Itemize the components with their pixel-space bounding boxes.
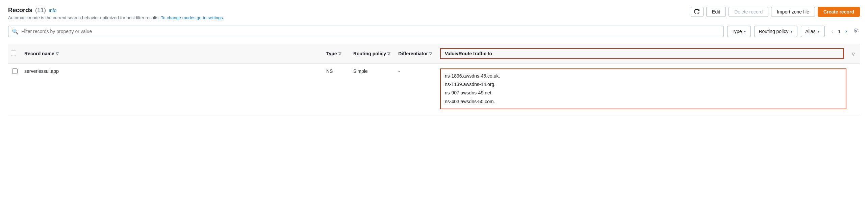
- pagination-controls: ‹ 1 ›: [829, 28, 849, 35]
- type-filter-dropdown[interactable]: Type ▼: [727, 26, 751, 37]
- search-icon: 🔍: [12, 28, 19, 35]
- differentiator-cell: -: [395, 63, 437, 114]
- filter-row: 🔍 Type ▼ Routing policy ▼ Alias ▼ ‹ 1 ›: [8, 26, 860, 37]
- delete-record-button[interactable]: Delete record: [729, 7, 768, 17]
- change-modes-link[interactable]: To change modes go to settings.: [161, 15, 224, 20]
- type-cell: NS: [324, 63, 351, 114]
- record-name-header[interactable]: Record name ▽: [22, 44, 324, 63]
- type-header[interactable]: Type ▽: [324, 44, 351, 63]
- differentiator-header: Differentiator ▽: [395, 44, 437, 63]
- last-col-arrow: ▽: [852, 52, 854, 56]
- value-cell: ns-1896.awsdns-45.co.uk.ns-1139.awsdns-1…: [437, 63, 849, 114]
- import-zone-file-button[interactable]: Import zone file: [771, 7, 815, 17]
- edit-button[interactable]: Edit: [706, 7, 726, 17]
- routing-policy-filter-arrow: ▼: [790, 30, 793, 33]
- records-table-container: Record name ▽ Type ▽ Routing policy: [8, 44, 860, 114]
- header-actions: Edit Delete record Import zone file Crea…: [691, 7, 860, 17]
- record-name-sort-icon: ▽: [56, 52, 58, 56]
- routing-policy-filter-dropdown[interactable]: Routing policy ▼: [754, 26, 797, 37]
- differentiator-sort-icon: ▽: [429, 52, 432, 56]
- routing-policy-cell: Simple: [351, 63, 395, 114]
- create-record-button[interactable]: Create record: [818, 7, 860, 17]
- alias-filter-arrow: ▼: [817, 30, 820, 33]
- routing-policy-filter-label: Routing policy: [759, 29, 788, 34]
- next-page-button[interactable]: ›: [843, 28, 849, 35]
- select-all-header: [8, 44, 22, 63]
- search-container: 🔍: [8, 26, 724, 37]
- gear-icon: [853, 28, 859, 34]
- page-number: 1: [837, 29, 842, 34]
- prev-page-button[interactable]: ‹: [829, 28, 835, 35]
- routing-policy-sort-icon: ▽: [387, 52, 390, 56]
- refresh-icon: [694, 9, 700, 15]
- type-filter-label: Type: [732, 29, 742, 34]
- table-row: serverlessui.appNSSimple-ns-1896.awsdns-…: [8, 63, 860, 114]
- refresh-button[interactable]: [691, 7, 704, 17]
- value-cell-content: ns-1896.awsdns-45.co.uk.ns-1139.awsdns-1…: [440, 68, 846, 109]
- type-sort-icon: ▽: [338, 52, 341, 56]
- type-filter-arrow: ▼: [743, 30, 747, 33]
- table-settings-button[interactable]: [852, 27, 860, 36]
- routing-policy-header: Routing policy ▽: [351, 44, 395, 63]
- page-title: Records: [8, 7, 32, 14]
- last-col-header: ▽: [849, 44, 860, 63]
- row-actions-cell: [849, 63, 860, 114]
- subtitle-text: Automatic mode is the current search beh…: [8, 15, 160, 20]
- record-name-cell: serverlessui.app: [22, 63, 324, 114]
- records-table: Record name ▽ Type ▽ Routing policy: [8, 44, 860, 114]
- select-all-checkbox[interactable]: [11, 51, 16, 56]
- search-input[interactable]: [21, 29, 720, 34]
- info-link[interactable]: Info: [49, 8, 56, 13]
- row-checkbox[interactable]: [12, 68, 18, 74]
- value-header: Value/Route traffic to: [437, 44, 849, 63]
- record-count: (11): [35, 7, 46, 14]
- alias-filter-label: Alias: [805, 29, 815, 34]
- alias-filter-dropdown[interactable]: Alias ▼: [801, 26, 824, 37]
